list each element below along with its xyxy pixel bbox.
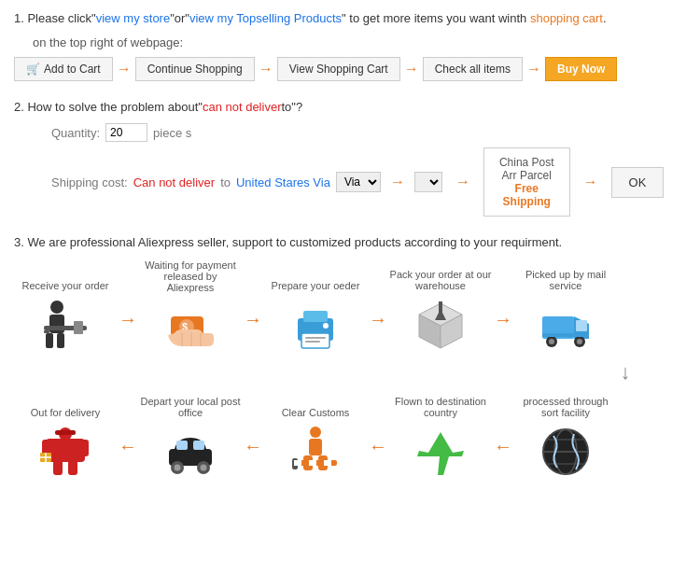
arrow-2: →: [255, 61, 277, 77]
continue-shopping-button[interactable]: Continue Shopping: [135, 57, 255, 81]
flow-row-1: Receive your order → Waiting for payment…: [14, 259, 686, 355]
svg-point-0: [50, 301, 63, 314]
link-shopping-cart[interactable]: shopping cart: [530, 11, 603, 25]
arrow-step-6-7: ←: [117, 436, 139, 457]
step-out-delivery-label: Out for delivery: [31, 388, 101, 418]
section-3: 3. We are professional Aliexpress seller…: [14, 233, 686, 480]
shipping-label: Shipping cost:: [51, 175, 128, 189]
section-1: 1. Please click"view my store"or"view my…: [14, 9, 686, 81]
svg-rect-50: [309, 439, 322, 455]
arrow-step-3-4: →: [367, 309, 389, 330]
add-to-cart-button[interactable]: 🛒 Add to Cart: [14, 57, 113, 81]
svg-rect-55: [294, 460, 301, 466]
svg-point-48: [201, 464, 207, 470]
svg-rect-35: [53, 460, 63, 475]
arrow-step-8-9: ←: [367, 436, 389, 457]
ok-button[interactable]: OK: [611, 167, 665, 198]
flow-step-depart: Depart your local post office: [139, 388, 242, 480]
flow-row-2: Out for delivery: [14, 388, 686, 480]
shipping-line: Shipping cost: Can not deliver to United…: [51, 172, 442, 192]
quantity-label: Quantity:: [51, 126, 100, 140]
add-to-cart-label: Add to Cart: [44, 63, 101, 76]
svg-point-18: [323, 323, 329, 329]
shipping-group: Shipping cost: Can not deliver to United…: [51, 147, 686, 217]
view-cart-button[interactable]: View Shopping Cart: [277, 57, 400, 81]
section-1-subtitle: on the top right of webpage:: [33, 35, 686, 49]
shipping-via-select[interactable]: Via: [336, 172, 381, 192]
step-payment-icon: $: [162, 299, 218, 355]
step-flown-icon: [413, 424, 469, 480]
svg-rect-43: [176, 441, 188, 450]
flow-step-receive: Receive your order: [14, 261, 117, 353]
arrow-1: →: [113, 61, 135, 77]
arrow-step-9-10: ←: [492, 436, 514, 457]
svg-rect-14: [303, 311, 328, 322]
shipping-detail: Shipping cost: Can not deliver to United…: [51, 172, 442, 192]
link-topselling[interactable]: view my Topselling Products: [189, 11, 342, 25]
svg-point-28: [549, 339, 554, 344]
arrow-step-4-5: →: [492, 309, 514, 330]
svg-rect-6: [44, 330, 49, 333]
china-post-box: China PostArr Parcel FreeShipping: [483, 147, 570, 217]
step-sort-icon: [538, 424, 594, 480]
check-items-button[interactable]: Check all items: [423, 57, 523, 81]
svg-rect-16: [305, 337, 326, 339]
quantity-row: Quantity: piece s: [51, 123, 686, 142]
china-post-label: China PostArr Parcel: [499, 156, 554, 182]
flow-step-flown: Flown to destination country: [389, 388, 492, 480]
section-2-title: 2. How to solve the problem about"can no…: [14, 98, 686, 117]
link-view-store[interactable]: view my store: [96, 11, 170, 25]
step-pack-label: Pack your order at our warehouse: [389, 261, 492, 291]
toolbar: 🛒 Add to Cart → Continue Shopping → View…: [14, 57, 686, 81]
svg-rect-3: [57, 333, 64, 348]
section-1-mid: "or": [170, 11, 189, 25]
section-1-suffix: " to get more items you want winth: [342, 11, 530, 25]
step-prepare-label: Prepare your oeder: [272, 261, 360, 291]
svg-rect-56: [309, 460, 316, 466]
flow-step-prepare: Prepare your oeder: [264, 261, 367, 353]
step-sort-label: processed through sort facility: [514, 388, 617, 418]
step-customs-icon: [287, 424, 343, 480]
flow-step-payment: Waiting for payment released by Aliexpre…: [139, 259, 242, 355]
svg-rect-5: [74, 321, 83, 334]
svg-point-49: [310, 427, 321, 438]
step-pickup-icon: [538, 297, 594, 353]
svg-rect-44: [193, 441, 204, 450]
step-customs-label: Clear Customs: [282, 388, 350, 418]
quantity-unit: piece s: [153, 126, 191, 140]
china-post-arrow: →: [452, 174, 474, 190]
svg-rect-23: [439, 301, 442, 313]
shipping-arrow: →: [386, 174, 409, 190]
free-shipping-label: FreeShipping: [499, 182, 554, 208]
step-out-delivery-icon: [37, 424, 93, 480]
flow-step-customs: Clear Customs: [264, 388, 367, 480]
svg-rect-31: [542, 333, 589, 337]
section-3-title: 3. We are professional Aliexpress seller…: [14, 233, 686, 252]
step-depart-icon: [162, 424, 218, 480]
step-depart-label: Depart your local post office: [139, 388, 242, 418]
section-1-end: .: [603, 11, 607, 25]
svg-rect-33: [55, 430, 76, 435]
quantity-input[interactable]: [105, 123, 147, 142]
arrow-4: →: [523, 61, 545, 77]
arrow-step-7-8: ←: [242, 436, 264, 457]
arrow-step-1-2: →: [117, 309, 139, 330]
section-2: 2. How to solve the problem about"can no…: [14, 98, 686, 217]
flow-step-pickup: Picked up by mail service: [514, 261, 617, 353]
shipping-method-select[interactable]: [414, 172, 442, 192]
svg-rect-36: [68, 460, 77, 475]
cart-icon: 🛒: [26, 63, 40, 76]
buy-now-button[interactable]: Buy Now: [545, 57, 617, 81]
flow-step-sort: processed through sort facility: [514, 388, 617, 480]
svg-rect-38: [81, 440, 89, 456]
svg-rect-26: [576, 320, 587, 331]
svg-rect-17: [305, 341, 320, 343]
section-2-suffix: to"?: [281, 100, 302, 114]
problem-text: can not deliver: [203, 100, 282, 114]
section-1-prefix: 1. Please click": [14, 11, 96, 25]
flow-step-out-delivery: Out for delivery: [14, 388, 117, 480]
step-prepare-icon: [287, 297, 343, 353]
arrow-step-2-3: →: [242, 309, 264, 330]
shipping-error: Can not deliver: [133, 175, 215, 189]
shipping-to: to: [220, 175, 231, 189]
